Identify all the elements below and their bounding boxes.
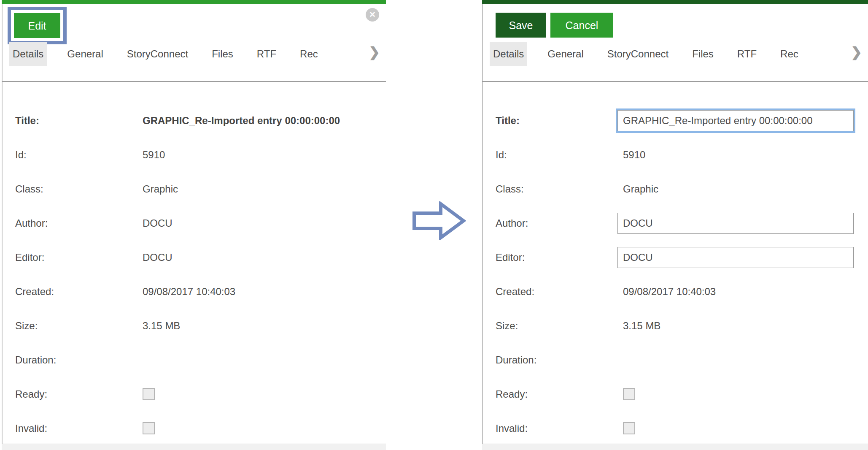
field-row-title: Title:GRAPHIC_Re-Imported entry 00:00:00…	[15, 103, 377, 138]
tab-rtf[interactable]: RTF	[734, 42, 760, 66]
details-panel-view-mode: Edit ✕ DetailsGeneralStoryConnectFilesRT…	[2, 0, 386, 450]
close-icon[interactable]: ✕	[366, 8, 379, 22]
created-value: 09/08/2017 10:40:03	[623, 286, 716, 298]
duration-label: Duration:	[15, 354, 143, 366]
class-value: Graphic	[143, 183, 178, 195]
field-row-duration: Duration:	[496, 343, 860, 377]
tab-rec[interactable]: Rec	[297, 42, 321, 66]
tab-separator	[2, 81, 386, 82]
field-row-invalid: Invalid:	[15, 411, 377, 445]
tab-rtf[interactable]: RTF	[253, 42, 280, 66]
field-row-created: Created:09/08/2017 10:40:03	[15, 274, 377, 309]
id-label: Id:	[15, 149, 143, 161]
ready-label: Ready:	[496, 388, 623, 400]
field-row-editor: Editor:	[496, 240, 860, 274]
tab-bar: DetailsGeneralStoryConnectFilesRTFRec	[9, 42, 321, 66]
created-value: 09/08/2017 10:40:03	[143, 286, 235, 298]
field-row-duration: Duration:	[15, 343, 377, 377]
panel-footer	[2, 444, 386, 450]
field-row-id: Id:5910	[496, 138, 860, 172]
id-label: Id:	[496, 149, 623, 161]
tab-overflow-chevron-icon[interactable]: ❯	[369, 44, 380, 60]
field-row-class: Class:Graphic	[15, 172, 377, 206]
save-button[interactable]: Save	[496, 13, 546, 38]
tab-overflow-chevron-icon[interactable]: ❯	[851, 44, 862, 60]
field-row-author: Author:DOCU	[15, 206, 377, 240]
edit-actions: Save Cancel	[496, 13, 613, 38]
tab-separator	[482, 81, 868, 82]
editor-label: Editor:	[496, 252, 623, 263]
invalid-label: Invalid:	[15, 423, 143, 434]
size-label: Size:	[15, 320, 143, 332]
title-input[interactable]	[617, 110, 854, 131]
invalid-label: Invalid:	[496, 423, 623, 434]
duration-label: Duration:	[496, 354, 623, 366]
class-label: Class:	[15, 183, 143, 195]
invalid-checkbox	[143, 422, 155, 434]
ready-checkbox	[143, 388, 155, 400]
tab-rec[interactable]: Rec	[777, 42, 802, 66]
title-value: GRAPHIC_Re-Imported entry 00:00:00:00	[143, 115, 340, 127]
tab-storyconnect[interactable]: StoryConnect	[124, 42, 191, 66]
id-value: 5910	[623, 149, 645, 161]
author-label: Author:	[15, 217, 143, 229]
field-row-title: Title:	[496, 103, 860, 138]
edit-button[interactable]: Edit	[14, 13, 60, 38]
screenshot-root: Edit ✕ DetailsGeneralStoryConnectFilesRT…	[0, 0, 868, 450]
tab-files[interactable]: Files	[689, 42, 717, 66]
transition-right-arrow-icon	[412, 201, 466, 240]
field-row-ready: Ready:	[496, 377, 860, 411]
title-label: Title:	[496, 115, 623, 127]
id-value: 5910	[143, 149, 165, 161]
field-row-ready: Ready:	[15, 377, 377, 411]
invalid-checkbox[interactable]	[623, 422, 635, 434]
size-label: Size:	[496, 320, 623, 332]
details-panel-edit-mode: Save Cancel DetailsGeneralStoryConnectFi…	[482, 0, 868, 450]
editor-label: Editor:	[15, 252, 143, 263]
ready-label: Ready:	[15, 388, 143, 400]
tab-files[interactable]: Files	[208, 42, 237, 66]
author-input[interactable]	[617, 213, 854, 234]
panel-accent-bar	[2, 0, 386, 4]
editor-input[interactable]	[617, 247, 854, 268]
field-row-class: Class:Graphic	[496, 172, 860, 206]
author-label: Author:	[496, 217, 623, 229]
field-row-editor: Editor:DOCU	[15, 240, 377, 274]
created-label: Created:	[15, 286, 143, 298]
field-row-size: Size:3.15 MB	[496, 309, 860, 343]
size-value: 3.15 MB	[143, 320, 180, 332]
tab-storyconnect[interactable]: StoryConnect	[604, 42, 672, 66]
tab-details[interactable]: Details	[490, 42, 527, 66]
tab-general[interactable]: General	[544, 42, 587, 66]
class-value: Graphic	[623, 183, 658, 195]
class-label: Class:	[496, 183, 623, 195]
ready-checkbox[interactable]	[623, 388, 635, 400]
panel-footer	[482, 444, 868, 450]
cancel-button[interactable]: Cancel	[550, 13, 613, 38]
field-row-size: Size:3.15 MB	[15, 309, 377, 343]
created-label: Created:	[496, 286, 623, 298]
editor-value: DOCU	[143, 252, 173, 263]
field-row-invalid: Invalid:	[496, 411, 860, 445]
size-value: 3.15 MB	[623, 320, 660, 332]
tab-details[interactable]: Details	[9, 42, 47, 66]
edit-button-highlight-annotation: Edit	[8, 7, 67, 44]
field-row-id: Id:5910	[15, 138, 377, 172]
field-row-author: Author:	[496, 206, 860, 240]
tab-general[interactable]: General	[64, 42, 106, 66]
title-label: Title:	[15, 115, 143, 127]
tab-bar: DetailsGeneralStoryConnectFilesRTFRec	[490, 42, 802, 66]
panel-accent-bar	[482, 0, 868, 4]
author-value: DOCU	[143, 217, 173, 229]
field-row-created: Created:09/08/2017 10:40:03	[496, 274, 860, 309]
